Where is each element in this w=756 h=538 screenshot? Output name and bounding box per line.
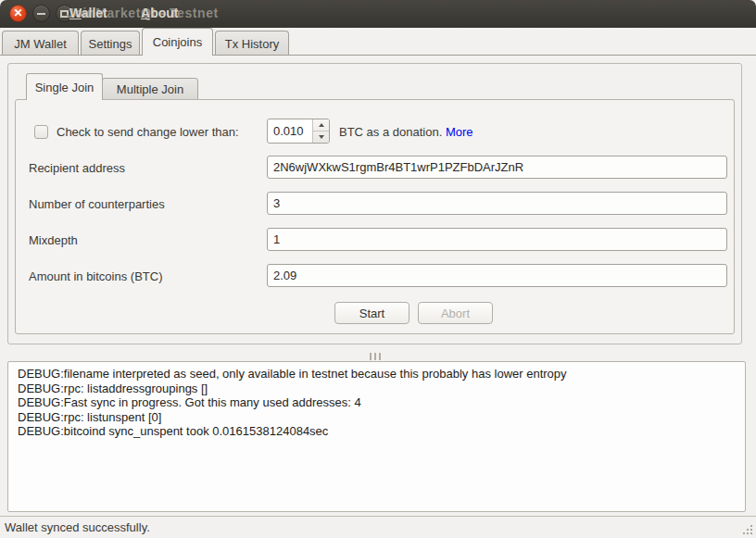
mixdepth-input[interactable] (267, 228, 727, 251)
amount-btc-label: Amount in bitcoins (BTC) (29, 269, 163, 283)
donation-checkbox-label: Check to send change lower than: (57, 125, 239, 139)
tab-tx-history[interactable]: Tx History (215, 31, 289, 56)
tab-settings[interactable]: Settings (81, 31, 140, 56)
minimize-icon (37, 13, 45, 15)
menu-wallet[interactable]: Wallet (69, 6, 107, 20)
tab-coinjoins[interactable]: Coinjoins (142, 28, 213, 56)
mixdepth-label: Mixdepth (29, 233, 78, 247)
amount-btc-input[interactable] (267, 264, 727, 287)
abort-button[interactable]: Abort (418, 302, 493, 324)
debug-log-line: DEBUG:filename interpreted as seed, only… (18, 367, 736, 382)
main-tabbar: JM Wallet Settings Coinjoins Tx History (0, 28, 756, 56)
recipient-address-label: Recipient address (29, 161, 125, 175)
close-button[interactable]: ✕ (9, 5, 27, 22)
status-bar: Wallet synced successfully. (0, 516, 756, 538)
debug-log-line: DEBUG:Fast sync in progress. Got this ma… (18, 395, 736, 410)
debug-log-line: DEBUG:rpc: listaddressgroupings [] (18, 382, 736, 396)
arrow-down-icon (319, 135, 324, 139)
more-link[interactable]: More (446, 125, 473, 139)
spinner-buttons (312, 119, 329, 143)
joinmarket-qt-window: ✕ JoinMarketQt - Testnet Wallet About JM… (0, 0, 756, 538)
debug-log-line: DEBUG:bitcoind sync_unspent took 0.01615… (18, 424, 736, 439)
menu-about[interactable]: About (141, 6, 178, 20)
tab-multiple-join[interactable]: Multiple Join (102, 78, 198, 100)
debug-log-line: DEBUG:rpc: listunspent [0] (18, 410, 736, 425)
recipient-address-input[interactable] (267, 156, 727, 179)
tab-single-join[interactable]: Single Join (26, 73, 103, 100)
tab-jm-wallet[interactable]: JM Wallet (2, 31, 79, 56)
donation-amount-spinbox (267, 119, 330, 144)
close-icon: ✕ (13, 7, 22, 19)
minimize-button[interactable] (32, 5, 50, 22)
donation-amount-input[interactable] (268, 119, 312, 143)
start-button[interactable]: Start (334, 302, 410, 324)
arrow-up-icon (319, 123, 324, 127)
counterparties-input[interactable] (267, 192, 727, 215)
single-join-pane: Check to send change lower than: BTC as … (15, 99, 735, 334)
coinjoins-page: Single Join Multiple Join Check to send … (0, 56, 756, 516)
donation-checkbox[interactable] (34, 125, 48, 139)
donation-suffix: BTC as a donation. More (339, 125, 473, 139)
spin-up-button[interactable] (313, 119, 329, 131)
titlebar[interactable]: ✕ JoinMarketQt - Testnet Wallet About (0, 0, 756, 28)
spin-down-button[interactable] (313, 131, 329, 143)
debug-log[interactable]: DEBUG:filename interpreted as seed, only… (7, 361, 746, 512)
resize-grip-icon[interactable] (741, 523, 752, 534)
status-message: Wallet synced successfully. (5, 520, 150, 534)
splitter-handle[interactable] (370, 353, 381, 360)
counterparties-label: Number of counterparties (29, 197, 165, 211)
